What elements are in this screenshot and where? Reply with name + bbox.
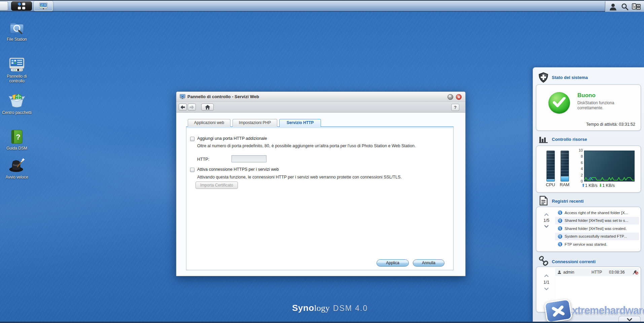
additional-http-port-label: Aggiungi una porta HTTP addizionale — [197, 136, 267, 141]
connection-user: admin — [563, 270, 592, 275]
desktop-icon-package-center[interactable]: Centro pacchetti — [1, 93, 33, 115]
taskbar-tray — [605, 1, 644, 12]
control-panel-window: Pannello di controllo - Servizi Web ? Ap… — [176, 91, 466, 276]
window-title: Pannello di controllo - Servizi Web — [187, 94, 259, 99]
control-panel-mini-icon — [39, 2, 48, 10]
brand-syno: Syno — [292, 303, 314, 313]
log-row[interactable]: Access right of the shared folder [X... — [555, 209, 639, 217]
show-desktop-button[interactable] — [0, 1, 8, 10]
user-icon — [609, 3, 617, 11]
apply-button[interactable]: Applica — [377, 259, 409, 267]
tab-bar: Applicazioni web Impostazioni PHP Serviz… — [188, 119, 321, 127]
connections-page-indicator: 1/1 — [540, 280, 553, 285]
system-status-title: Stato del sistema — [552, 75, 588, 80]
taskbar — [0, 0, 644, 12]
search-button[interactable] — [621, 3, 629, 11]
net-graph-yaxis: 1086420 — [573, 148, 583, 183]
info-icon — [558, 226, 562, 231]
info-icon — [558, 218, 562, 223]
home-icon — [205, 105, 210, 110]
download-arrow-icon: ⬇ — [599, 183, 602, 188]
enable-https-checkbox[interactable] — [190, 168, 194, 172]
forward-button[interactable] — [188, 104, 196, 111]
info-icon — [558, 234, 562, 239]
recent-logs-icon — [538, 195, 548, 207]
main-menu-button[interactable] — [11, 1, 32, 11]
desktop-icon-file-station[interactable]: File Station — [1, 21, 33, 42]
info-icon — [558, 242, 562, 246]
info-icon — [558, 210, 562, 215]
system-widgets-sidebar: Stato del sistema Buono DiskStation funz… — [533, 67, 644, 323]
connection-time: 03:08:36 — [609, 270, 633, 275]
logs-page-indicator: 1/5 — [540, 218, 553, 223]
window-content: Applicazioni web Impostazioni PHP Serviz… — [176, 113, 465, 276]
window-titlebar[interactable]: Pannello di controllo - Servizi Web — [176, 92, 465, 102]
connection-protocol: HTTP — [592, 270, 609, 275]
minimize-button[interactable] — [448, 94, 453, 100]
http-port-label: HTTP: — [197, 157, 209, 162]
quick-start-icon — [8, 157, 26, 173]
upload-arrow-icon: ⬆ — [581, 183, 585, 188]
tab-servizio-http[interactable]: Servizio HTTP — [279, 119, 321, 127]
desktop-icon-label: Centro pacchetti — [1, 110, 33, 115]
close-button[interactable] — [456, 94, 462, 100]
taskbar-item-control-panel[interactable] — [34, 1, 53, 11]
back-button[interactable] — [179, 104, 187, 111]
enable-https-label: Attiva connessione HTTPS per i servizi w… — [197, 167, 279, 172]
user-icon — [557, 270, 562, 274]
import-certificate-button[interactable]: Importa Certificato — [195, 181, 238, 189]
window-toolbar: ? — [176, 102, 465, 113]
ram-gauge — [561, 151, 569, 181]
status-ok-icon — [548, 92, 570, 114]
pager-up-icon[interactable] — [544, 213, 549, 216]
net-graph-tick: 10 — [573, 148, 583, 152]
svg-text:?: ? — [16, 133, 20, 141]
forward-arrow-icon — [189, 105, 194, 109]
pager-down-icon[interactable] — [544, 225, 549, 228]
recent-logs-card: 1/5 Access right of the shared folder [X… — [536, 207, 641, 252]
logs-title: Registri recenti — [552, 199, 584, 204]
pilot-view-button[interactable] — [632, 3, 641, 10]
net-graph-tick: 4 — [573, 167, 583, 171]
desktop-icon-control-panel[interactable]: Pannello di controllo — [1, 56, 33, 83]
connection-row[interactable]: admin HTTP 03:08:36 — [555, 268, 639, 276]
desktop-icon-quick-start[interactable]: Avvio veloce — [1, 157, 33, 179]
http-port-input[interactable] — [231, 155, 266, 162]
dsm-help-icon: ? — [9, 129, 25, 145]
pilot-view-icon — [632, 3, 641, 10]
synology-branding: SynologyDSM 4.0 — [292, 303, 368, 313]
system-health-shield-icon — [538, 72, 548, 84]
home-button[interactable] — [201, 104, 214, 111]
tab-applicazioni-web[interactable]: Applicazioni web — [188, 119, 230, 127]
tab-impostazioni-php[interactable]: Impostazioni PHP — [232, 119, 277, 127]
desktop-icon-label: Avvio veloce — [1, 175, 33, 179]
status-description: DiskStation funziona correttamente. — [577, 100, 633, 111]
pager-up-icon[interactable] — [544, 274, 549, 277]
connections-title: Connessioni correnti — [552, 259, 596, 264]
help-button[interactable]: ? — [451, 104, 459, 111]
log-row[interactable]: Shared folder [XHTest] was set to s... — [555, 217, 639, 225]
cancel-button[interactable]: Annulla — [413, 259, 444, 267]
net-graph-tick: 2 — [573, 173, 583, 177]
disconnect-icon[interactable] — [633, 270, 638, 275]
xtremehardware-logo-icon — [544, 298, 573, 323]
resource-monitor-card: CPU RAM 1086420 ⬆1 KB/s ⬇1 KB/s — [536, 146, 641, 193]
log-row[interactable]: Shared folder [XHTest] was created. — [555, 225, 639, 233]
log-row[interactable]: System successfully restarted FTP... — [555, 233, 639, 241]
app-grid-icon — [18, 3, 25, 9]
desktop-icon-dsm-help[interactable]: ? Guida DSM — [1, 129, 33, 151]
control-panel-icon — [8, 56, 26, 73]
additional-http-port-description: Oltre al numero di porta predefinito, 80… — [197, 143, 449, 149]
desktop-icon-label: Pannello di controllo — [1, 74, 33, 83]
system-status-card: Buono DiskStation funziona correttamente… — [536, 84, 641, 131]
log-row[interactable]: FTP service was started. — [555, 240, 639, 248]
resources-title: Controllo risorse — [552, 137, 587, 142]
cpu-gauge — [546, 151, 555, 181]
net-graph-tick: 8 — [573, 154, 583, 158]
pager-down-icon[interactable] — [544, 287, 549, 290]
additional-http-port-checkbox[interactable] — [190, 137, 194, 141]
uptime-text: Tempo di attività: 03:31:52 — [586, 122, 635, 127]
back-arrow-icon — [180, 105, 185, 109]
user-menu-button[interactable] — [609, 3, 617, 11]
servizio-http-panel: Aggiungi una porta HTTP addizionale Oltr… — [186, 126, 454, 270]
